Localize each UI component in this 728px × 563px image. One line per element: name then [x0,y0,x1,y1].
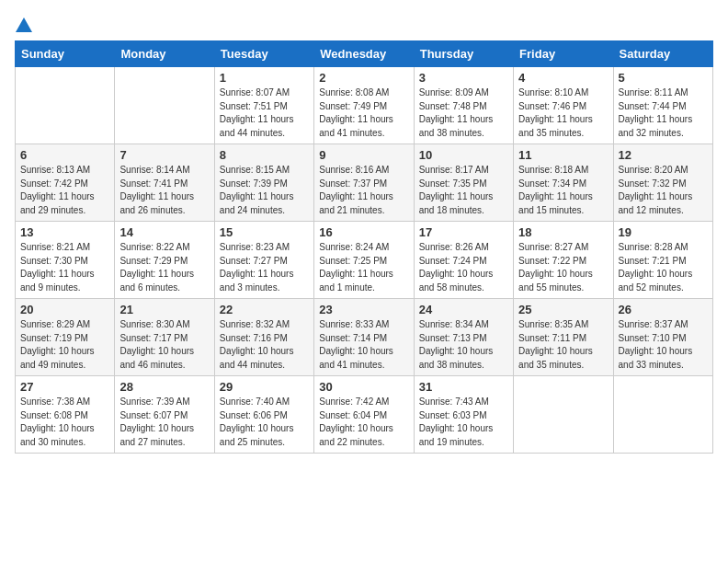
day-number: 11 [518,148,608,162]
day-number: 24 [419,303,508,316]
day-number: 12 [619,148,708,162]
day-number: 14 [119,225,209,239]
day-info: Sunrise: 8:27 AM Sunset: 7:22 PM Dayligh… [518,241,608,294]
calendar-cell: 28Sunrise: 7:39 AM Sunset: 6:07 PM Dayli… [115,376,214,454]
calendar-cell: 12Sunrise: 8:20 AM Sunset: 7:32 PM Dayli… [613,144,712,222]
logo-icon [16,17,32,33]
day-number: 1 [220,71,309,85]
day-number: 28 [119,380,209,394]
calendar-cell: 25Sunrise: 8:35 AM Sunset: 7:11 PM Dayli… [514,299,613,376]
day-header-monday: Monday [115,41,214,67]
day-info: Sunrise: 8:20 AM Sunset: 7:32 PM Dayligh… [619,164,708,217]
header [15,15,713,33]
day-number: 9 [319,148,408,162]
day-info: Sunrise: 8:34 AM Sunset: 7:13 PM Dayligh… [419,318,508,372]
logo [15,15,32,33]
day-info: Sunrise: 7:42 AM Sunset: 6:04 PM Dayligh… [319,396,408,449]
calendar-cell: 1Sunrise: 8:07 AM Sunset: 7:51 PM Daylig… [214,67,313,144]
day-info: Sunrise: 8:15 AM Sunset: 7:39 PM Dayligh… [220,164,309,217]
day-number: 15 [220,225,309,239]
day-info: Sunrise: 8:11 AM Sunset: 7:44 PM Dayligh… [619,86,708,140]
day-info: Sunrise: 8:32 AM Sunset: 7:16 PM Dayligh… [220,318,309,372]
calendar-cell: 26Sunrise: 8:37 AM Sunset: 7:10 PM Dayli… [613,299,712,376]
day-info: Sunrise: 8:30 AM Sunset: 7:17 PM Dayligh… [119,318,209,372]
calendar-cell: 8Sunrise: 8:15 AM Sunset: 7:39 PM Daylig… [214,144,313,222]
day-info: Sunrise: 7:39 AM Sunset: 6:07 PM Dayligh… [119,396,209,449]
day-number: 6 [20,148,109,162]
day-info: Sunrise: 8:17 AM Sunset: 7:35 PM Dayligh… [419,164,508,217]
day-info: Sunrise: 8:16 AM Sunset: 7:37 PM Dayligh… [319,164,408,217]
day-header-thursday: Thursday [414,41,513,67]
calendar-cell [514,376,613,454]
svg-marker-0 [16,17,32,32]
day-number: 7 [119,148,209,162]
calendar-cell: 23Sunrise: 8:33 AM Sunset: 7:14 PM Dayli… [314,299,414,376]
calendar-week-3: 13Sunrise: 8:21 AM Sunset: 7:30 PM Dayli… [16,222,713,299]
calendar-cell: 6Sunrise: 8:13 AM Sunset: 7:42 PM Daylig… [16,144,115,222]
day-number: 30 [319,380,408,394]
day-info: Sunrise: 8:23 AM Sunset: 7:27 PM Dayligh… [220,241,309,294]
calendar-cell: 20Sunrise: 8:29 AM Sunset: 7:19 PM Dayli… [16,299,115,376]
day-info: Sunrise: 7:38 AM Sunset: 6:08 PM Dayligh… [20,396,109,449]
day-header-tuesday: Tuesday [214,41,313,67]
calendar-cell: 19Sunrise: 8:28 AM Sunset: 7:21 PM Dayli… [613,222,712,299]
day-info: Sunrise: 7:40 AM Sunset: 6:06 PM Dayligh… [220,396,309,449]
day-number: 27 [20,380,109,394]
calendar-cell [115,67,214,144]
day-header-saturday: Saturday [613,41,712,67]
day-header-friday: Friday [514,41,613,67]
day-number: 20 [20,303,109,316]
day-number: 5 [619,71,708,85]
day-number: 22 [220,303,309,316]
calendar-cell: 11Sunrise: 8:18 AM Sunset: 7:34 PM Dayli… [514,144,613,222]
day-info: Sunrise: 8:18 AM Sunset: 7:34 PM Dayligh… [518,164,608,217]
calendar-cell: 10Sunrise: 8:17 AM Sunset: 7:35 PM Dayli… [414,144,513,222]
day-number: 3 [419,71,508,85]
calendar-cell: 22Sunrise: 8:32 AM Sunset: 7:16 PM Dayli… [214,299,313,376]
day-number: 26 [619,303,708,316]
day-info: Sunrise: 7:43 AM Sunset: 6:03 PM Dayligh… [419,396,508,449]
calendar-cell: 24Sunrise: 8:34 AM Sunset: 7:13 PM Dayli… [414,299,513,376]
day-number: 17 [419,225,508,239]
calendar-cell: 30Sunrise: 7:42 AM Sunset: 6:04 PM Dayli… [314,376,414,454]
calendar-cell: 13Sunrise: 8:21 AM Sunset: 7:30 PM Dayli… [16,222,115,299]
day-number: 19 [619,225,708,239]
day-header-wednesday: Wednesday [314,41,414,67]
calendar-week-4: 20Sunrise: 8:29 AM Sunset: 7:19 PM Dayli… [16,299,713,376]
calendar-cell: 21Sunrise: 8:30 AM Sunset: 7:17 PM Dayli… [115,299,214,376]
calendar-cell: 15Sunrise: 8:23 AM Sunset: 7:27 PM Dayli… [214,222,313,299]
day-info: Sunrise: 8:14 AM Sunset: 7:41 PM Dayligh… [119,164,209,217]
day-number: 2 [319,71,408,85]
day-info: Sunrise: 8:28 AM Sunset: 7:21 PM Dayligh… [619,241,708,294]
day-number: 4 [518,71,608,85]
calendar-table: SundayMondayTuesdayWednesdayThursdayFrid… [15,40,713,454]
day-info: Sunrise: 8:08 AM Sunset: 7:49 PM Dayligh… [319,86,408,140]
day-number: 8 [220,148,309,162]
calendar-cell: 18Sunrise: 8:27 AM Sunset: 7:22 PM Dayli… [514,222,613,299]
day-number: 23 [319,303,408,316]
day-number: 21 [119,303,209,316]
calendar-cell [613,376,712,454]
calendar-cell: 16Sunrise: 8:24 AM Sunset: 7:25 PM Dayli… [314,222,414,299]
calendar-cell [16,67,115,144]
day-info: Sunrise: 8:10 AM Sunset: 7:46 PM Dayligh… [518,86,608,140]
calendar-week-2: 6Sunrise: 8:13 AM Sunset: 7:42 PM Daylig… [16,144,713,222]
calendar-cell: 29Sunrise: 7:40 AM Sunset: 6:06 PM Dayli… [214,376,313,454]
day-info: Sunrise: 8:35 AM Sunset: 7:11 PM Dayligh… [518,318,608,372]
day-info: Sunrise: 8:29 AM Sunset: 7:19 PM Dayligh… [20,318,109,372]
day-info: Sunrise: 8:24 AM Sunset: 7:25 PM Dayligh… [319,241,408,294]
day-info: Sunrise: 8:26 AM Sunset: 7:24 PM Dayligh… [419,241,508,294]
day-info: Sunrise: 8:37 AM Sunset: 7:10 PM Dayligh… [619,318,708,372]
day-number: 13 [20,225,109,239]
calendar-cell: 5Sunrise: 8:11 AM Sunset: 7:44 PM Daylig… [613,67,712,144]
day-info: Sunrise: 8:13 AM Sunset: 7:42 PM Dayligh… [20,164,109,217]
calendar-week-1: 1Sunrise: 8:07 AM Sunset: 7:51 PM Daylig… [16,67,713,144]
page-container: SundayMondayTuesdayWednesdayThursdayFrid… [0,0,728,461]
calendar-cell: 4Sunrise: 8:10 AM Sunset: 7:46 PM Daylig… [514,67,613,144]
calendar-cell: 7Sunrise: 8:14 AM Sunset: 7:41 PM Daylig… [115,144,214,222]
calendar-cell: 31Sunrise: 7:43 AM Sunset: 6:03 PM Dayli… [414,376,513,454]
calendar-cell: 2Sunrise: 8:08 AM Sunset: 7:49 PM Daylig… [314,67,414,144]
day-info: Sunrise: 8:21 AM Sunset: 7:30 PM Dayligh… [20,241,109,294]
day-number: 18 [518,225,608,239]
day-info: Sunrise: 8:22 AM Sunset: 7:29 PM Dayligh… [119,241,209,294]
